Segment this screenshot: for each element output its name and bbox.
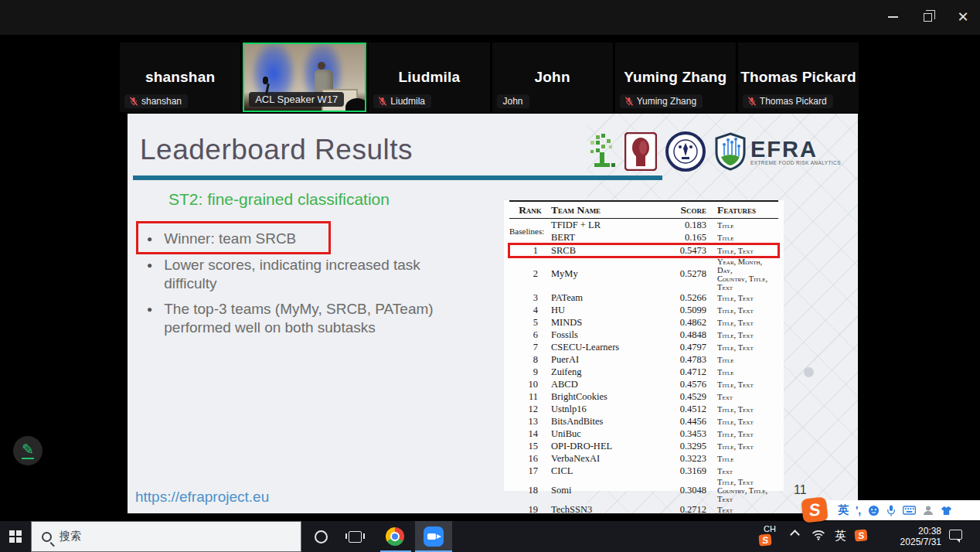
sogou-skin-icon[interactable] [941, 503, 952, 517]
participant-tile-john[interactable]: John John [492, 43, 613, 112]
header-rank: Rank [509, 201, 551, 219]
cell-features: Title, Text [709, 244, 778, 257]
start-button[interactable] [0, 521, 31, 552]
taskbar-clock[interactable]: 20:38 2025/7/31 [881, 526, 941, 547]
title-underline [133, 175, 662, 180]
participant-tile-thomas-pickard[interactable]: Thomas Pickard Thomas Pickard [738, 43, 859, 112]
restore-button[interactable] [917, 8, 938, 26]
participant-tile-acl-speaker[interactable]: ACL Speaker W17 [243, 43, 366, 112]
cortana-icon [315, 530, 328, 543]
cell-team: TFIDF + LR [551, 219, 665, 232]
shared-slide: Leaderboard Results [128, 114, 858, 513]
logo-row: EFRA EXTREME FOOD RISK ANALYTICS [588, 129, 851, 174]
sogou-tray-icon-2[interactable]: S [855, 530, 867, 541]
clock-time: 20:38 [918, 526, 941, 537]
cell-score: 0.4576 [665, 378, 709, 390]
table-row: 14UniBuc0.3453Title, Text [509, 428, 778, 440]
sogou-tray-icon[interactable]: S [759, 534, 771, 546]
participant-label: ACL Speaker W17 [249, 92, 344, 107]
winner-highlight-box [136, 221, 331, 254]
minimize-button[interactable] [882, 8, 903, 26]
cell-score: 0.3169 [665, 465, 709, 477]
ime-mode-indicator[interactable]: 英 [835, 529, 846, 543]
mic-off-icon [129, 97, 138, 106]
table-header-row: Rank Team Name Score Features [509, 201, 778, 219]
taskbar: 搜索 CH S 英 S 20:38 2025/7/31 [0, 521, 980, 552]
participant-label: shanshan [124, 94, 188, 108]
sogou-emoji-icon[interactable] [868, 503, 880, 517]
chrome-taskbar-button[interactable] [377, 521, 413, 552]
bullet-lower-scores: ● Lower scores, indicating increased tas… [147, 256, 448, 293]
search-input[interactable]: 搜索 [60, 530, 81, 543]
mic-off-icon [624, 97, 634, 106]
cell-rank: 7 [509, 341, 551, 353]
participant-tile-yuming-zhang[interactable]: Yuming Zhang Yuming Zhang [615, 43, 736, 112]
sogou-punctuation-icon[interactable]: ', [856, 503, 861, 517]
wifi-icon[interactable] [812, 530, 825, 540]
cell-features: Title, Text [709, 440, 778, 452]
close-button[interactable]: ✕ [952, 8, 974, 26]
cell-score: 0.2712 [665, 503, 709, 513]
chrome-icon [386, 527, 404, 546]
cell-rank: 3 [509, 291, 551, 304]
table-row: 6Fossils0.4848Title, Text [509, 329, 778, 341]
cell-features: Title, Text [709, 415, 778, 428]
action-center-button[interactable] [949, 530, 962, 540]
table-row: 2MyMy0.5278Year, Month, Day,Country, Tit… [509, 257, 778, 291]
table-row: 4HU0.5099Title, Text [509, 304, 778, 316]
participant-tile-shanshan[interactable]: shanshan shanshan [120, 43, 240, 112]
header-team-name: Team Name [551, 201, 665, 219]
table-row: 13BitsAndBites0.4456Title, Text [509, 415, 778, 428]
cell-rank: 17 [509, 465, 551, 477]
cell-features: Title [709, 231, 778, 244]
cortana-button[interactable] [308, 521, 334, 552]
cell-team: HU [551, 304, 665, 316]
sogou-keyboard-icon[interactable] [903, 503, 916, 517]
participant-label: Yuming Zhang [620, 94, 703, 108]
table-row: 19TechSSN30.2712Text [509, 503, 778, 513]
cell-rank: 8 [509, 353, 551, 366]
cell-features: Title [709, 219, 778, 232]
bullet-dot: ● [147, 256, 152, 293]
cell-score: 0.4862 [665, 316, 709, 329]
cell-score: 0.183 [665, 219, 709, 232]
sogou-mode-toggle[interactable]: 英 [838, 503, 849, 517]
cell-rank: 19 [509, 503, 551, 513]
efra-tagline: EXTREME FOOD RISK ANALYTICS [750, 160, 841, 165]
cell-team: Ustnlp16 [551, 403, 665, 415]
sogou-account-icon[interactable] [923, 503, 934, 517]
task-view-button[interactable] [342, 521, 368, 552]
table-row: 1SRCB0.5473Title, Text [509, 244, 778, 257]
sogou-logo-icon[interactable]: S [801, 496, 828, 523]
cell-team: SRCB [551, 244, 665, 257]
sogou-toolbox-icon[interactable] [959, 503, 970, 517]
show-hidden-icons-chevron[interactable] [791, 527, 798, 538]
cell-score: 0.5278 [665, 257, 709, 291]
cell-rank: 14 [509, 428, 551, 440]
leaderboard-table-panel: Rank Team Name Score Features Baselines:… [504, 200, 784, 491]
cell-features: Title, Text [709, 291, 778, 304]
cell-score: 0.3048 [665, 477, 709, 503]
cell-team: TechSSN3 [551, 503, 665, 513]
cell-rank: 1 [509, 244, 551, 257]
taskbar-search[interactable]: 搜索 [31, 521, 301, 552]
sogou-voice-icon[interactable] [886, 503, 896, 517]
cell-rank: 16 [509, 452, 551, 465]
search-icon [42, 532, 52, 542]
cell-rank: 15 [509, 440, 551, 452]
university-bust-logo [624, 132, 657, 171]
zoom-taskbar-button[interactable] [415, 521, 452, 552]
cell-features: Title, Text [709, 316, 778, 329]
cell-team: UniBuc [551, 428, 665, 440]
cell-team: OPI-DRO-HEL [551, 440, 665, 452]
ime-lang-indicator[interactable]: CH [764, 524, 776, 533]
cell-team: BrightCookies [551, 390, 665, 403]
table-row: 16VerbaNexAI0.3223Title [509, 452, 778, 465]
participant-tile-liudmila[interactable]: Liudmila Liudmila [369, 43, 489, 112]
cell-score: 0.5099 [665, 304, 709, 316]
annotate-button[interactable]: ✎ [13, 436, 43, 465]
cell-rank: 13 [509, 415, 551, 428]
mic-off-icon [378, 97, 387, 106]
cell-rank: 12 [509, 403, 551, 415]
cell-team: MyMy [551, 257, 665, 291]
